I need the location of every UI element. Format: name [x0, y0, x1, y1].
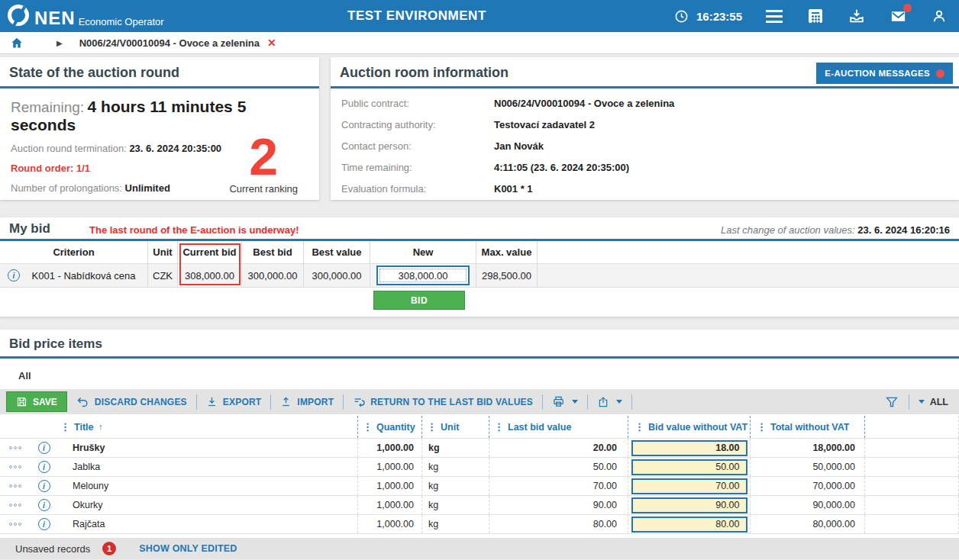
- state-panel-title: State of the auction round: [9, 65, 179, 80]
- item-last-bid-value: 20.00: [489, 439, 628, 457]
- current-ranking: 2 Current ranking: [229, 133, 298, 195]
- column-menu-icon[interactable]: ⋮: [363, 421, 372, 433]
- item-unit: kg: [422, 458, 489, 476]
- return-last-bid-values-button[interactable]: RETURN TO THE LAST BID VALUES: [344, 396, 542, 408]
- item-title: Melouny: [57, 477, 358, 495]
- chevron-down-icon: [616, 400, 622, 404]
- e-auction-messages-button[interactable]: E-AUCTION MESSAGES: [816, 63, 953, 84]
- new-bid-input[interactable]: [376, 266, 470, 285]
- bid-value-input[interactable]: [631, 440, 748, 456]
- current-ranking-label: Current ranking: [229, 183, 298, 195]
- app-root: NEN Economic Operator TEST ENVIRONMENT 1…: [0, 0, 959, 560]
- max-value-value: 298,500.00: [476, 264, 538, 287]
- my-bid-section: My bid The last round of the E-auction i…: [0, 217, 959, 317]
- breadcrumb-item[interactable]: N006/24/V00010094 - Ovoce a zelenina: [79, 37, 260, 49]
- header-actions: 16:23:55: [673, 0, 948, 32]
- current-ranking-value: 2: [229, 133, 298, 180]
- items-table-body: i Hrušky 1,000.00 kg 20.00 18,000.00 i J…: [0, 439, 959, 534]
- share-menu-button[interactable]: [588, 396, 631, 408]
- clock-time: 16:23:55: [696, 10, 742, 23]
- save-button[interactable]: SAVE: [6, 391, 67, 412]
- bid-value-input[interactable]: [631, 517, 748, 533]
- row-info-icon[interactable]: i: [38, 518, 50, 530]
- nen-logo-icon: [4, 1, 32, 29]
- inbox-tray-icon[interactable]: [848, 7, 866, 25]
- criterion-info-icon[interactable]: i: [8, 269, 20, 282]
- col-header-last-bid-value[interactable]: ⋮ Last bid value: [489, 416, 628, 438]
- show-only-edited-link[interactable]: SHOW ONLY EDITED: [139, 543, 237, 554]
- bid-value-input[interactable]: [631, 478, 748, 494]
- row-actions-icon[interactable]: [9, 504, 21, 507]
- last-round-warning: The last round of the E-auction is under…: [89, 224, 299, 236]
- calculator-icon[interactable]: [806, 7, 825, 25]
- e-auction-messages-label: E-AUCTION MESSAGES: [825, 69, 930, 78]
- room-panel-title: Auction room information: [340, 65, 509, 80]
- item-last-bid-value: 50.00: [489, 458, 628, 476]
- bid-price-items-title: Bid price items: [0, 330, 959, 356]
- my-bid-title: My bid: [9, 221, 50, 237]
- current-bid-value: 308,000.00: [178, 264, 242, 287]
- user-profile-icon[interactable]: [930, 7, 948, 25]
- col-header-quantity[interactable]: ⋮ Quantity: [358, 416, 422, 438]
- row-actions-icon[interactable]: [9, 523, 21, 526]
- state-panel: State of the auction round Remaining: 4 …: [0, 57, 319, 200]
- column-menu-icon[interactable]: ⋮: [634, 421, 644, 433]
- row-actions-icon[interactable]: [9, 484, 21, 488]
- menu-icon[interactable]: [765, 7, 783, 25]
- import-button[interactable]: IMPORT: [271, 396, 343, 407]
- table-row: i Okurky 1,000.00 kg 90.00 90,000.00: [0, 496, 959, 515]
- criterion-name: K001 - Nabídková cena: [20, 270, 147, 282]
- col-best-bid: Best bid: [242, 241, 304, 263]
- home-icon[interactable]: [8, 34, 26, 52]
- row-info-icon[interactable]: i: [38, 442, 50, 454]
- item-last-bid-value: 90.00: [489, 496, 628, 514]
- column-menu-icon[interactable]: ⋮: [60, 421, 69, 433]
- row-actions-icon[interactable]: [9, 446, 21, 449]
- item-quantity: 1,000.00: [358, 515, 422, 533]
- col-header-unit[interactable]: ⋮ Unit: [422, 416, 489, 438]
- export-button[interactable]: EXPORT: [197, 396, 271, 407]
- row-info-icon[interactable]: i: [38, 480, 50, 492]
- messages-mail-icon[interactable]: [889, 7, 907, 25]
- table-row: i Hrušky 1,000.00 kg 20.00 18,000.00: [0, 439, 959, 458]
- col-header-total-without-vat[interactable]: ⋮ Total without VAT: [751, 416, 865, 438]
- room-row-public-contract: Public contract: N006/24/V00010094 - Ovo…: [341, 98, 948, 109]
- share-icon: [597, 396, 609, 408]
- row-actions-icon[interactable]: [9, 465, 21, 468]
- col-new: New: [370, 241, 476, 263]
- col-header-title[interactable]: ⋮ Title ↑: [57, 416, 358, 438]
- upload-arrow-icon: [280, 396, 292, 407]
- filter-icon[interactable]: [883, 393, 901, 411]
- bid-price-items-divider: [0, 356, 959, 359]
- breadcrumb-close-icon[interactable]: ✕: [267, 37, 276, 49]
- room-row-contracting-authority: Contracting authority: Testovací zadavat…: [341, 119, 948, 130]
- session-clock: 16:23:55: [673, 7, 742, 25]
- nen-logo-subtitle: Economic Operator: [79, 16, 164, 27]
- nen-logo[interactable]: NEN Economic Operator: [8, 5, 164, 27]
- mail-notification-dot: [903, 4, 912, 12]
- column-menu-icon[interactable]: ⋮: [427, 421, 436, 433]
- table-row: i Rajčata 1,000.00 kg 80.00 80,000.00: [0, 515, 959, 534]
- bid-value-input[interactable]: [631, 497, 748, 513]
- print-menu-button[interactable]: [543, 395, 587, 408]
- column-menu-icon[interactable]: ⋮: [494, 421, 503, 433]
- item-quantity: 1,000.00: [358, 439, 422, 457]
- chevron-down-icon: [572, 400, 578, 404]
- row-info-icon[interactable]: i: [38, 461, 50, 473]
- row-info-icon[interactable]: i: [38, 499, 50, 511]
- last-change-info: Last change of auction values: 23. 6. 20…: [721, 224, 950, 236]
- view-all-dropdown[interactable]: ALL: [917, 397, 948, 407]
- items-footer: Unsaved records 1 SHOW ONLY EDITED: [0, 538, 959, 559]
- tab-all[interactable]: All: [6, 364, 66, 389]
- printer-icon: [552, 395, 565, 408]
- discard-changes-button[interactable]: DISCARD CHANGES: [67, 395, 196, 408]
- bid-value-input[interactable]: [631, 459, 748, 475]
- col-current-bid: Current bid: [178, 241, 242, 263]
- best-value-value: 300,000.00: [304, 264, 370, 287]
- save-floppy-icon: [16, 396, 27, 407]
- breadcrumb: ▶ N006/24/V00010094 - Ovoce a zelenina ✕: [0, 32, 959, 54]
- column-menu-icon[interactable]: ⋮: [757, 421, 766, 433]
- col-header-bid-value-without-vat[interactable]: ⋮ Bid value without VAT: [628, 416, 751, 438]
- bid-button[interactable]: BID: [373, 291, 465, 310]
- return-values-icon: [353, 396, 365, 408]
